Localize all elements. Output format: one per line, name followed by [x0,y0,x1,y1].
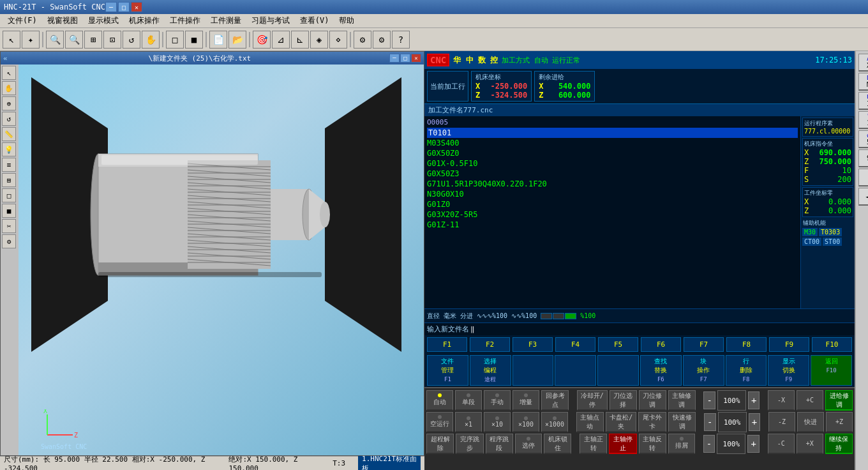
menu-display[interactable]: 显示模式 [83,14,124,27]
sf-file-manage[interactable]: 文件 管理 F1 [427,355,468,386]
f2-key[interactable]: F2 [470,337,510,352]
close-button[interactable]: ✕ [131,2,142,12]
f8-key[interactable]: F8 [726,337,767,352]
menu-file[interactable]: 文件(F) [3,14,42,27]
icon-hand[interactable]: ✋ [2,81,16,95]
minimize-button[interactable]: ─ [105,2,117,12]
cp-manual[interactable]: 手动 [484,390,511,411]
key-pgup[interactable]: PgUp [858,169,868,186]
sf-empty2[interactable] [555,355,596,386]
cp-increment[interactable]: 增量 [513,390,539,411]
viewport-collapse-btn[interactable]: « [3,54,8,63]
key-m[interactable]: DM [858,73,868,91]
toolbar-new[interactable]: 📄 [209,31,227,49]
cp-plus-z[interactable]: +Z [826,412,853,432]
cp-spindle-adjust[interactable]: 主轴修调 [668,390,696,411]
key-i[interactable]: UI [858,92,868,110]
cp-ref-point[interactable]: 回参考点 [541,390,569,411]
cp-x1000[interactable]: ×1000 [541,412,568,432]
icon-settings[interactable]: ⚙ [2,234,16,248]
cp-x10[interactable]: ×10 [484,412,511,432]
cp-single-block[interactable]: 单段 [455,390,482,411]
cp-x1[interactable]: ×1 [455,412,482,432]
toolbar-open[interactable]: 📂 [228,31,246,49]
icon-light[interactable]: 💡 [2,142,16,156]
sf-find-replace[interactable]: 查找 替换 F6 [640,355,682,386]
cp-plus-x[interactable]: +X [797,434,823,454]
toolbar-select[interactable]: ↖ [3,31,20,49]
cp-x100[interactable]: ×100 [513,412,539,432]
cp-minus3[interactable]: - [703,435,715,453]
cp-plus-c[interactable]: +C [797,390,823,411]
sf-empty3[interactable] [597,355,639,386]
sf-display-toggle[interactable]: 显示 切换 F9 [768,355,809,386]
key-9[interactable]: 9 [858,149,868,167]
cp-chip-removal[interactable]: 排屑 [668,434,695,454]
toolbar-front[interactable]: ⊿ [272,31,290,49]
cp-continue-hold[interactable]: 继续保持 [825,434,853,454]
cp-minus2[interactable]: - [704,413,716,431]
toolbar-solid[interactable]: ■ [185,31,203,49]
cp-prog-skip[interactable]: 程序跳段 [486,434,513,454]
viewport-minimize[interactable]: ─ [389,54,400,63]
file-input-value[interactable]: ‖ [470,325,475,333]
toolbar-side[interactable]: ◈ [310,31,328,49]
toolbar-rotate[interactable]: ↺ [123,31,140,49]
cp-spindle-fwd[interactable]: 主轴正转 [580,434,607,454]
icon-rotate[interactable]: ↺ [2,112,16,126]
maximize-button[interactable]: □ [118,2,130,12]
icon-solid[interactable]: ■ [2,204,16,218]
icon-wireframe[interactable]: □ [2,188,16,202]
toolbar-config[interactable]: ⚙ [373,31,391,49]
cp-feed-adjust[interactable]: 进给修调 [825,390,853,411]
cp-machine-lock[interactable]: 机床锁住 [544,434,571,454]
cp-tailstock[interactable]: 尾卡外卡 [638,412,666,432]
icon-zoom[interactable]: ⊕ [2,96,16,110]
sf-return[interactable]: 返回 F10 [811,355,852,386]
toolbar-settings[interactable]: ⚙ [354,31,371,49]
f6-key[interactable]: F6 [641,337,681,352]
f10-key[interactable]: F10 [812,337,852,352]
sf-delete-line[interactable]: 行 删除 F8 [726,355,767,386]
cp-spindle-stop[interactable]: 主轴停止 [609,434,636,454]
sf-select-prog[interactable]: 选择 编程 途程 [470,355,511,386]
toolbar-zoom-fit[interactable]: ⊡ [103,31,121,49]
menu-machine[interactable]: 机床操作 [124,14,165,27]
icon-cut[interactable]: ✂ [2,219,16,233]
f5-key[interactable]: F5 [598,337,638,352]
viewport-maximize[interactable]: □ [400,54,410,63]
f7-key[interactable]: F7 [684,337,724,352]
toolbar-pan[interactable]: ✋ [142,31,160,49]
cp-spindle-rev[interactable]: 主轴反转 [639,434,666,454]
sf-empty1[interactable] [513,355,554,386]
icon-layer[interactable]: ≡ [2,158,16,172]
f3-key[interactable]: F3 [513,337,553,352]
cp-block-skip[interactable]: 完序跳步 [456,434,483,454]
cp-tool-adjust[interactable]: 刀位修调 [639,390,666,411]
toolbar-3d-view[interactable]: 🎯 [253,31,271,49]
cp-spindle-jog[interactable]: 主轴点动 [576,412,604,432]
cp-tool-select[interactable]: 刀位选择 [610,390,637,411]
toolbar-tool2[interactable]: ✦ [22,31,40,49]
menu-quiz[interactable]: 习题与考试 [246,14,295,27]
viewport-close[interactable]: ✕ [411,54,421,63]
cp-coolant[interactable]: 冷却开/停 [577,390,608,411]
toolbar-zoom-out[interactable]: 🔍 [65,31,83,49]
toolbar-help[interactable]: ? [392,31,410,49]
cp-empty-run[interactable]: 空运行 [426,412,453,432]
menu-view[interactable]: 视窗视图 [42,14,83,27]
cp-rapid[interactable]: 快进 [797,412,824,432]
key-x[interactable]: AX [858,54,868,72]
menu-workpiece-op[interactable]: 工件操作 [165,14,206,27]
cp-neg-x[interactable]: -X [768,390,795,411]
key-1[interactable]: "1 [858,111,868,129]
cp-plus1[interactable]: + [748,391,760,409]
f9-key[interactable]: F9 [769,337,809,352]
icon-grid[interactable]: ⊞ [2,173,16,187]
toolbar-top[interactable]: ⊾ [291,31,309,49]
cp-chuck[interactable]: 卡盘松/夹 [606,412,636,432]
toolbar-zoom-window[interactable]: ⊞ [84,31,102,49]
cp-minus1[interactable]: - [703,391,715,409]
key-5[interactable]: #5 [858,130,868,148]
cp-neg-z[interactable]: -Z [768,412,795,432]
